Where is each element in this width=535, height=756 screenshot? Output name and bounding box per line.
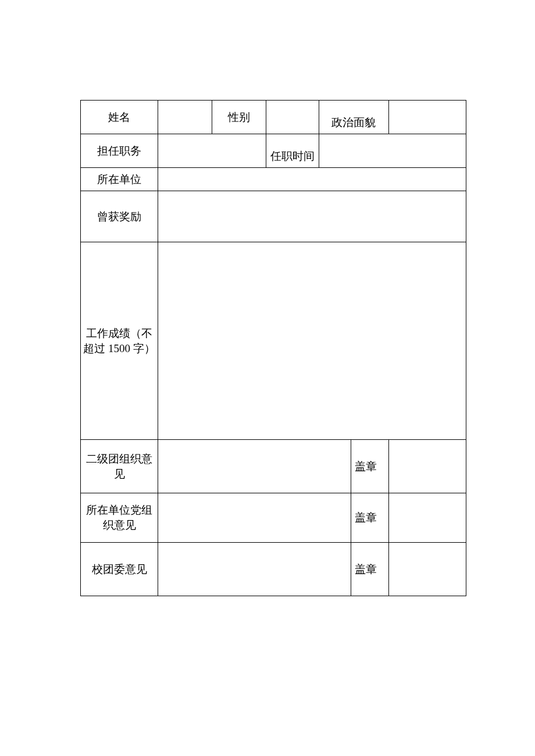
political-status-label: 政治面貌: [319, 101, 388, 134]
tenure-value[interactable]: [319, 134, 466, 168]
unit-label: 所在单位: [81, 168, 158, 191]
gender-label: 性别: [212, 101, 266, 134]
awards-value[interactable]: [158, 191, 466, 242]
political-status-value[interactable]: [388, 101, 466, 134]
stamp-label-3: 盖章: [351, 543, 388, 596]
application-form-table: 姓名 性别 政治面貌 担任职务 任职时间 所在单位 曾获奖励 工作成绩（不超过 …: [80, 100, 466, 596]
work-performance-label: 工作成绩（不超过 1500 字）: [81, 242, 158, 440]
name-label: 姓名: [81, 101, 158, 134]
form-page: 姓名 性别 政治面貌 担任职务 任职时间 所在单位 曾获奖励 工作成绩（不超过 …: [0, 0, 535, 596]
party-org-opinion-label: 所在单位党组织意见: [81, 493, 158, 543]
position-label: 担任职务: [81, 134, 158, 168]
party-org-opinion-value[interactable]: [158, 493, 351, 543]
school-committee-opinion-value[interactable]: [158, 543, 351, 596]
work-performance-value[interactable]: [158, 242, 466, 440]
stamp-label-2: 盖章: [351, 493, 388, 543]
gender-value[interactable]: [266, 101, 319, 134]
name-value[interactable]: [158, 101, 212, 134]
stamp-area-2[interactable]: [388, 493, 466, 543]
position-value[interactable]: [158, 134, 266, 168]
stamp-area-1[interactable]: [388, 440, 466, 493]
school-committee-opinion-label: 校团委意见: [81, 543, 158, 596]
unit-value[interactable]: [158, 168, 466, 191]
stamp-area-3[interactable]: [388, 543, 466, 596]
secondary-org-opinion-value[interactable]: [158, 440, 351, 493]
stamp-label-1: 盖章: [351, 440, 388, 493]
tenure-label: 任职时间: [266, 134, 319, 168]
awards-label: 曾获奖励: [81, 191, 158, 242]
secondary-org-opinion-label: 二级团组织意见: [81, 440, 158, 493]
